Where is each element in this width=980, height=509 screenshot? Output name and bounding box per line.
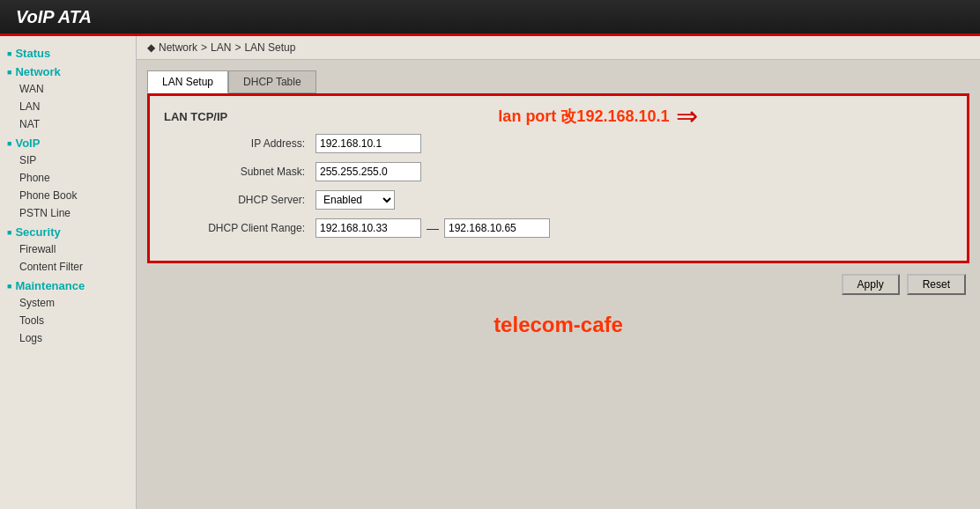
dhcp-range-row: DHCP Client Range: — <box>164 218 953 238</box>
apply-button[interactable]: Apply <box>842 274 900 295</box>
sidebar-category-network[interactable]: Network <box>0 62 136 80</box>
sidebar-item-system[interactable]: System <box>0 294 136 312</box>
sidebar-item-firewall[interactable]: Firewall <box>0 240 136 258</box>
sidebar-item-phone[interactable]: Phone <box>0 169 136 187</box>
range-dash: — <box>427 221 439 235</box>
buttons-row: Apply Reset <box>147 274 969 295</box>
sidebar-category-voip[interactable]: VoIP <box>0 133 136 151</box>
header: VoIP ATA <box>0 0 980 33</box>
ip-address-input[interactable] <box>316 134 421 153</box>
tab-dhcp-table[interactable]: DHCP Table <box>228 70 316 93</box>
ip-address-row: IP Address: <box>164 134 953 153</box>
breadcrumb-lan-setup: LAN Setup <box>244 41 295 54</box>
tab-lan-setup[interactable]: LAN Setup <box>147 70 228 93</box>
dhcp-server-row: DHCP Server: Enabled Disabled <box>164 190 953 210</box>
sidebar-item-content-filter[interactable]: Content Filter <box>0 258 136 276</box>
breadcrumb-network: Network <box>159 41 197 54</box>
sidebar-item-lan[interactable]: LAN <box>0 98 136 115</box>
sidebar-item-nat[interactable]: NAT <box>0 115 136 133</box>
sidebar-item-pstn[interactable]: PSTN Line <box>0 204 136 222</box>
subnet-mask-input[interactable] <box>316 162 421 181</box>
content-area: LAN Setup DHCP Table LAN TCP/IP lan port… <box>137 60 980 509</box>
dhcp-server-select[interactable]: Enabled Disabled <box>316 190 395 210</box>
breadcrumb-diamond: ◆ <box>147 41 155 54</box>
arrow-icon: ⇒ <box>676 103 698 129</box>
dhcp-range-start-input[interactable] <box>316 218 421 238</box>
sidebar-category-status[interactable]: Status <box>0 43 136 62</box>
dhcp-range-label: DHCP Client Range: <box>174 222 316 234</box>
tabs: LAN Setup DHCP Table <box>147 70 969 93</box>
sidebar-item-phonebook[interactable]: Phone Book <box>0 187 136 204</box>
dhcp-range-end-input[interactable] <box>444 218 550 238</box>
sidebar-item-tools[interactable]: Tools <box>0 312 136 329</box>
sidebar-item-wan[interactable]: WAN <box>0 80 136 98</box>
sidebar: Status Network WAN LAN NAT VoIP SIP Phon… <box>0 36 137 509</box>
subnet-mask-label: Subnet Mask: <box>174 166 316 178</box>
ip-address-label: IP Address: <box>174 137 316 150</box>
main-content: ◆ Network > LAN > LAN Setup LAN Setup DH… <box>137 36 980 509</box>
app-title: VoIP ATA <box>16 7 92 27</box>
annotation-overlay: lan port 改192.168.10.1 ⇒ <box>498 103 698 129</box>
reset-button[interactable]: Reset <box>907 274 966 295</box>
sidebar-item-logs[interactable]: Logs <box>0 329 136 347</box>
layout: Status Network WAN LAN NAT VoIP SIP Phon… <box>0 36 980 509</box>
sidebar-category-security[interactable]: Security <box>0 222 136 240</box>
annotation-text: lan port 改192.168.10.1 <box>498 106 669 127</box>
form-panel: LAN TCP/IP lan port 改192.168.10.1 ⇒ IP A… <box>147 93 969 263</box>
dhcp-server-label: DHCP Server: <box>174 194 316 206</box>
breadcrumb-lan: LAN <box>211 41 231 54</box>
dhcp-range-inputs: — <box>316 218 550 238</box>
sidebar-item-sip[interactable]: SIP <box>0 151 136 169</box>
sidebar-category-maintenance[interactable]: Maintenance <box>0 276 136 294</box>
breadcrumb: ◆ Network > LAN > LAN Setup <box>137 36 980 60</box>
subnet-mask-row: Subnet Mask: <box>164 162 953 181</box>
watermark: telecom-cafe <box>147 295 969 337</box>
